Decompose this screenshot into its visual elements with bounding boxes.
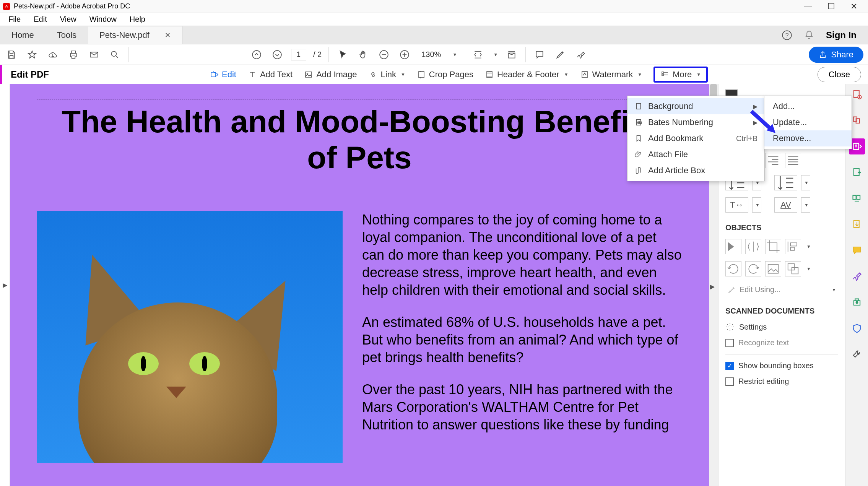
rail-export-pdf-icon[interactable]: [849, 216, 865, 232]
rail-export-icon[interactable]: [849, 164, 865, 180]
menu-item-bates[interactable]: 012 Bates Numbering ▶: [627, 114, 764, 130]
window-maximize-icon[interactable]: ☐: [827, 2, 835, 11]
crop-object-icon[interactable]: [765, 239, 781, 254]
recognize-text-checkbox[interactable]: Recognize text: [725, 338, 838, 347]
save-icon[interactable]: [5, 48, 18, 62]
editbar-close-button[interactable]: Close: [818, 67, 861, 82]
zoom-in-icon[interactable]: [398, 48, 411, 62]
tool-link[interactable]: Link▼: [369, 70, 405, 80]
tool-watermark[interactable]: Watermark▼: [580, 70, 642, 80]
comment-icon[interactable]: [533, 48, 546, 62]
menu-item-bookmark[interactable]: Add Bookmark Ctrl+B: [627, 130, 764, 146]
menu-item-attach[interactable]: Attach File: [627, 146, 764, 163]
tool-add-text[interactable]: Add Text: [248, 70, 293, 80]
rail-protect-icon[interactable]: [849, 320, 865, 336]
horizontal-scale-icon[interactable]: T↔: [725, 197, 748, 213]
align-objects-icon[interactable]: [785, 239, 801, 254]
star-icon[interactable]: [25, 48, 39, 62]
zoom-caret-icon[interactable]: ▼: [452, 52, 457, 57]
tool-crop[interactable]: Crop Pages: [417, 70, 473, 80]
settings-label: Settings: [739, 323, 767, 332]
zoom-level[interactable]: 130%: [418, 49, 444, 60]
flip-v-icon[interactable]: [745, 239, 761, 254]
svg-point-4: [273, 50, 281, 59]
document-image[interactable]: [37, 211, 343, 463]
tab-home[interactable]: Home: [0, 26, 46, 44]
rail-fill-sign-icon[interactable]: [849, 268, 865, 284]
page-total-label: / 2: [313, 50, 322, 59]
page-down-icon[interactable]: [270, 48, 284, 62]
menu-item-article[interactable]: Add Article Box: [627, 163, 764, 179]
paragraph-spacing-icon[interactable]: [774, 175, 797, 190]
email-icon[interactable]: [87, 48, 101, 62]
flip-h-icon[interactable]: [725, 239, 741, 254]
help-icon[interactable]: ?: [782, 30, 792, 41]
rail-print-production-icon[interactable]: [849, 294, 865, 310]
menu-file[interactable]: File: [3, 13, 26, 25]
sign-in-button[interactable]: Sign In: [826, 30, 857, 41]
hscale-dropdown[interactable]: ▼: [752, 197, 761, 213]
paragraph-spacing-dropdown[interactable]: ▼: [801, 175, 810, 190]
zoom-out-icon[interactable]: [377, 48, 391, 62]
left-nav-expand[interactable]: ▶: [0, 84, 10, 486]
menu-item-bates-label: Bates Numbering: [648, 117, 713, 127]
paragraph-1: Nothing compares to the joy of coming ho…: [362, 211, 682, 299]
tab-home-label: Home: [11, 30, 34, 40]
tool-header-footer[interactable]: Header & Footer▼: [485, 70, 569, 80]
search-icon[interactable]: [108, 48, 122, 62]
fit-caret-icon[interactable]: ▼: [493, 52, 498, 57]
tool-add-image[interactable]: Add Image: [304, 70, 357, 80]
document-title[interactable]: The Health and Mood-Boosting Benefits of…: [37, 99, 682, 180]
settings-row[interactable]: Settings: [725, 322, 838, 332]
tab-document[interactable]: Pets-New.pdf ✕: [88, 26, 182, 44]
replace-image-icon[interactable]: [765, 261, 781, 276]
document-text-block[interactable]: Nothing compares to the joy of coming ho…: [362, 211, 682, 463]
rail-more-tools-icon[interactable]: [849, 346, 865, 362]
tab-tools[interactable]: Tools: [46, 26, 88, 44]
print-icon[interactable]: [67, 48, 80, 62]
notifications-icon[interactable]: [804, 30, 814, 41]
page-number-input[interactable]: [291, 49, 306, 60]
share-button[interactable]: Share: [809, 47, 863, 63]
arrange-icon[interactable]: [785, 261, 801, 276]
rail-comment-icon[interactable]: [849, 242, 865, 258]
menu-window[interactable]: Window: [84, 13, 122, 25]
svg-rect-30: [853, 195, 856, 199]
align-justify-icon[interactable]: [785, 153, 801, 168]
panel-collapse-icon[interactable]: ▶: [710, 283, 715, 290]
window-close-icon[interactable]: ✕: [850, 2, 857, 11]
menu-item-article-label: Add Article Box: [648, 166, 705, 176]
rotate-ccw-icon[interactable]: [725, 261, 741, 276]
page-up-icon[interactable]: [250, 48, 263, 62]
tool-edit-label: Edit: [222, 70, 236, 80]
edit-pdf-title: Edit PDF: [11, 69, 49, 80]
rail-organize-icon[interactable]: [849, 190, 865, 206]
window-minimize-icon[interactable]: —: [804, 2, 812, 11]
tab-close-icon[interactable]: ✕: [165, 31, 171, 39]
rotate-cw-icon[interactable]: [745, 261, 761, 276]
align-right-icon[interactable]: [765, 153, 781, 168]
highlight-icon[interactable]: [553, 48, 567, 62]
menu-view[interactable]: View: [55, 13, 82, 25]
tool-more-button[interactable]: More▼: [653, 67, 708, 83]
char-spacing-icon[interactable]: AV: [774, 197, 797, 213]
checkbox-icon: [725, 377, 734, 386]
menu-edit[interactable]: Edit: [28, 13, 52, 25]
sign-icon[interactable]: [574, 48, 588, 62]
checkbox-icon: [725, 339, 734, 347]
gear-icon: [725, 322, 735, 332]
cursor-icon[interactable]: [336, 48, 349, 62]
menu-item-background[interactable]: Background ▶: [627, 98, 764, 114]
hand-icon[interactable]: [356, 48, 370, 62]
document-viewport[interactable]: The Health and Mood-Boosting Benefits of…: [10, 84, 709, 486]
tool-crop-label: Crop Pages: [429, 70, 473, 80]
edit-using-dropdown[interactable]: Edit Using... ▼: [725, 283, 838, 296]
menu-help[interactable]: Help: [124, 13, 151, 25]
page-display-icon[interactable]: [505, 48, 519, 62]
char-spacing-dropdown[interactable]: ▼: [801, 197, 810, 213]
bounding-boxes-checkbox[interactable]: ✓ Show bounding boxes: [725, 361, 838, 370]
restrict-editing-checkbox[interactable]: Restrict editing: [725, 377, 838, 386]
tool-edit[interactable]: Edit: [210, 70, 236, 80]
cloud-icon[interactable]: [46, 48, 60, 62]
fit-width-icon[interactable]: [471, 48, 485, 62]
